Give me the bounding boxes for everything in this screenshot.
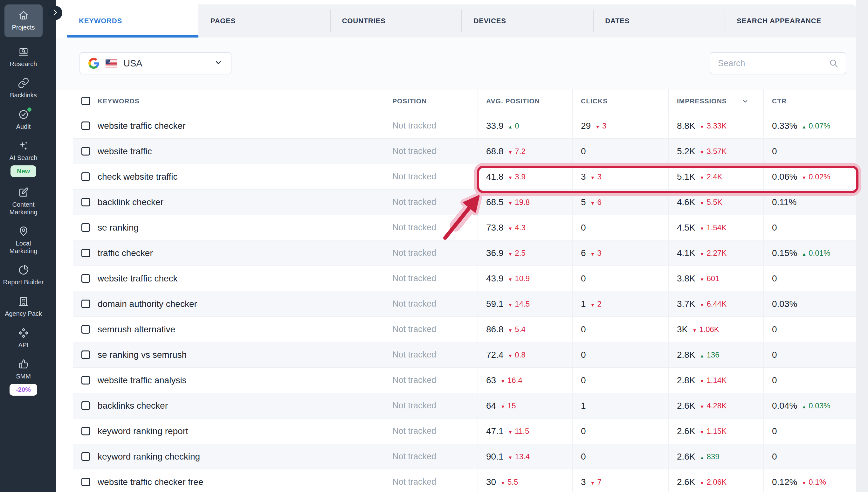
row-checkbox[interactable] bbox=[81, 478, 90, 486]
triangle-up-icon: ▲ bbox=[801, 251, 806, 257]
delta-value: 839 bbox=[707, 452, 719, 461]
metric-value: 0.12% bbox=[772, 477, 797, 487]
column-header-label: AVG. POSITION bbox=[486, 97, 540, 105]
avg-position-cell: 41.8▼3.9 bbox=[478, 164, 572, 189]
clicks-cell: 29▼3 bbox=[572, 113, 668, 138]
tab-search-appearance[interactable]: SEARCH APPEARANCE bbox=[724, 4, 856, 38]
column-header-ctr[interactable]: CTR bbox=[763, 89, 856, 113]
triangle-down-icon: ▼ bbox=[508, 302, 513, 308]
row-checkbox[interactable] bbox=[81, 122, 90, 130]
metric-delta-down: ▼3.57K bbox=[700, 147, 727, 156]
sidebar-item-label: Local Marketing bbox=[2, 240, 45, 255]
search-icon[interactable] bbox=[828, 58, 839, 68]
ctr-cell: 0.11% bbox=[763, 190, 856, 215]
avg-position-cell: 30▼5.5 bbox=[478, 469, 572, 492]
clicks-cell: 0 bbox=[572, 266, 668, 291]
position-value: Not tracked bbox=[392, 248, 436, 258]
google-logo-icon bbox=[88, 58, 99, 69]
search-engine-country-select[interactable]: USA bbox=[79, 52, 231, 74]
metric-delta-down: ▼1.54K bbox=[700, 223, 727, 232]
tab-pages[interactable]: PAGES bbox=[198, 4, 330, 38]
sidebar-item-research[interactable]: Research bbox=[2, 46, 45, 68]
metric-delta-down: ▼3.33K bbox=[700, 122, 727, 130]
row-checkbox[interactable] bbox=[81, 401, 90, 410]
row-checkbox[interactable] bbox=[81, 223, 90, 232]
sidebar-item-smm[interactable]: SMM-20% bbox=[2, 359, 45, 396]
metric-value: 3 bbox=[581, 172, 586, 182]
sidebar-item-backlinks[interactable]: Backlinks bbox=[2, 77, 45, 99]
metric-delta-down: ▼5.5 bbox=[501, 478, 518, 487]
column-header-avg-position[interactable]: AVG. POSITION bbox=[478, 89, 572, 113]
triangle-down-icon: ▼ bbox=[692, 327, 697, 333]
delta-value: 0.03% bbox=[809, 401, 830, 410]
metric-value: 0.11% bbox=[772, 197, 796, 207]
metric-value: 5.1K bbox=[677, 172, 695, 182]
metric-delta-down: ▼7 bbox=[590, 478, 602, 487]
row-checkbox[interactable] bbox=[81, 376, 90, 385]
column-header-position[interactable]: POSITION bbox=[384, 89, 478, 113]
metric-value: 0.04% bbox=[772, 401, 797, 411]
sidebar-item-content-marketing[interactable]: Content Marketing bbox=[2, 187, 45, 216]
position-value: Not tracked bbox=[392, 401, 436, 411]
tab-dates[interactable]: DATES bbox=[593, 4, 724, 38]
sidebar-item-label: Backlinks bbox=[10, 92, 36, 99]
ctr-cell: 0.06%▼0.02% bbox=[763, 164, 856, 189]
row-checkbox[interactable] bbox=[81, 147, 90, 155]
delta-value: 19.8 bbox=[515, 198, 530, 207]
metric-delta-down: ▼2.4K bbox=[700, 172, 722, 181]
row-checkbox[interactable] bbox=[81, 452, 90, 461]
metric-value: 0 bbox=[581, 375, 586, 386]
avg-position-cell: 59.1▼14.5 bbox=[478, 291, 572, 316]
column-header-keywords[interactable]: KEYWORDS bbox=[73, 89, 384, 113]
sidebar-item-api[interactable]: API bbox=[2, 327, 45, 349]
metric-delta-down: ▼1.06K bbox=[692, 325, 719, 334]
avg-position-cell: 36.9▼2.5 bbox=[478, 241, 572, 266]
avg-position-cell: 68.8▼7.2 bbox=[478, 139, 572, 164]
sidebar: ProjectsResearchBacklinksAuditAI SearchN… bbox=[0, 0, 56, 492]
row-checkbox[interactable] bbox=[81, 249, 90, 257]
impressions-cell: 2.6K▲839 bbox=[668, 444, 763, 469]
metric-value: 43.9 bbox=[486, 273, 504, 284]
search-input[interactable] bbox=[717, 58, 828, 69]
sidebar-item-local-marketing[interactable]: Local Marketing bbox=[2, 225, 45, 255]
keyword-search bbox=[710, 52, 846, 74]
report-builder-icon bbox=[18, 264, 29, 276]
sort-chevron-down-icon[interactable] bbox=[741, 97, 749, 105]
sidebar-item-report-builder[interactable]: Report Builder bbox=[2, 264, 45, 286]
triangle-down-icon: ▼ bbox=[508, 200, 513, 206]
row-checkbox[interactable] bbox=[81, 274, 90, 283]
tab-keywords[interactable]: KEYWORDS bbox=[67, 4, 198, 38]
column-header-impressions[interactable]: IMPRESSIONS bbox=[668, 89, 763, 113]
select-all-checkbox[interactable] bbox=[81, 97, 90, 105]
tab-devices[interactable]: DEVICES bbox=[461, 4, 593, 38]
row-checkbox[interactable] bbox=[81, 350, 90, 359]
triangle-down-icon: ▼ bbox=[590, 175, 595, 180]
column-header-clicks[interactable]: CLICKS bbox=[572, 89, 668, 113]
row-checkbox[interactable] bbox=[81, 427, 90, 435]
delta-value: 16.4 bbox=[507, 376, 522, 385]
position-value: Not tracked bbox=[392, 273, 436, 284]
metric-value: 2.8K bbox=[677, 350, 695, 360]
keyword-label: se ranking bbox=[98, 223, 138, 233]
triangle-down-icon: ▼ bbox=[501, 404, 505, 409]
sidebar-item-ai-search[interactable]: AI SearchNew bbox=[2, 140, 45, 177]
row-checkbox[interactable] bbox=[81, 172, 90, 181]
sidebar-item-agency-pack[interactable]: Agency Pack bbox=[2, 296, 45, 318]
delta-value: 3 bbox=[597, 249, 601, 257]
triangle-down-icon: ▼ bbox=[700, 149, 705, 155]
row-checkbox[interactable] bbox=[81, 198, 90, 206]
ctr-cell: 0 bbox=[763, 368, 856, 393]
metric-value: 47.1 bbox=[486, 426, 504, 436]
metric-value: 63 bbox=[486, 375, 496, 386]
clicks-cell: 1 bbox=[572, 393, 668, 418]
delta-value: 3 bbox=[602, 122, 606, 130]
sidebar-collapse-button[interactable] bbox=[48, 6, 62, 20]
sidebar-item-projects[interactable]: Projects bbox=[4, 4, 43, 37]
triangle-down-icon: ▼ bbox=[700, 251, 705, 257]
metric-delta-up: ▲839 bbox=[700, 452, 719, 461]
sidebar-badge--20-: -20% bbox=[9, 384, 37, 396]
row-checkbox[interactable] bbox=[81, 300, 90, 308]
tab-countries[interactable]: COUNTRIES bbox=[330, 4, 462, 38]
sidebar-item-audit[interactable]: Audit bbox=[2, 109, 45, 131]
row-checkbox[interactable] bbox=[81, 325, 90, 334]
